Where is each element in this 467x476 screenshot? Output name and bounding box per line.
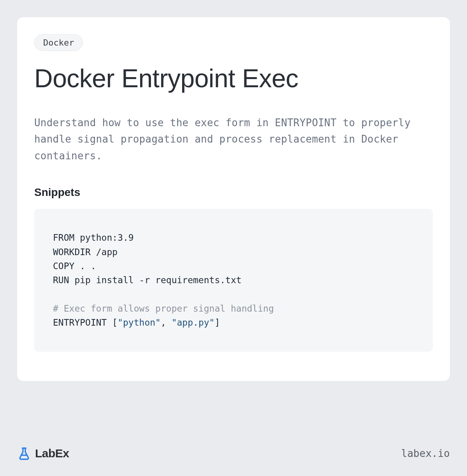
code-comment: # Exec form allows proper signal handlin… — [53, 303, 274, 314]
code-snippet: FROM python:3.9 WORKDIR /app COPY . . RU… — [34, 209, 433, 351]
brand: LabEx — [17, 446, 69, 460]
flask-icon — [17, 446, 31, 460]
footer: LabEx labex.io — [17, 446, 450, 460]
page-description: Understand how to use the exec form in E… — [34, 115, 433, 165]
brand-name: LabEx — [35, 447, 69, 460]
code-line: WORKDIR /app — [53, 247, 118, 257]
snippets-heading: Snippets — [34, 186, 433, 199]
code-line: RUN pip install -r requirements.txt — [53, 275, 242, 285]
page-title: Docker Entrypoint Exec — [34, 64, 433, 93]
code-line: FROM python:3.9 — [53, 233, 134, 243]
code-line: ENTRYPOINT [ — [53, 317, 118, 328]
code-line: , — [161, 317, 172, 328]
content-card: Docker Docker Entrypoint Exec Understand… — [17, 17, 450, 381]
code-string: "python" — [118, 317, 161, 328]
site-url: labex.io — [401, 448, 450, 459]
code-string: "app.py" — [172, 317, 215, 328]
category-tag: Docker — [34, 34, 83, 51]
code-line: COPY . . — [53, 261, 96, 271]
code-line: ] — [214, 317, 220, 328]
